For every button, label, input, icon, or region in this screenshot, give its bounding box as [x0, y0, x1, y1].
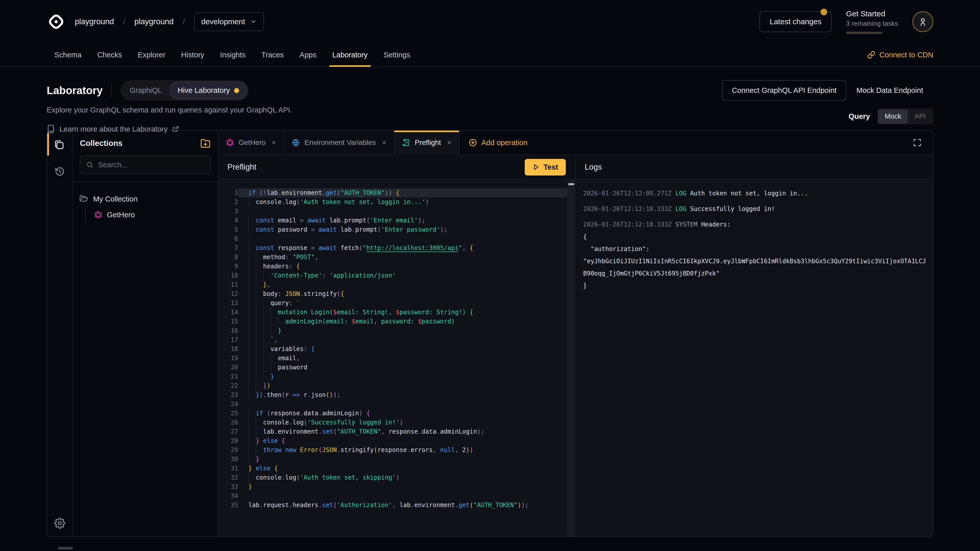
code-line[interactable]: 9headers: { [218, 262, 567, 271]
indent-guide [256, 372, 263, 381]
get-started-title: Get Started [846, 10, 898, 18]
add-operation-button[interactable]: Add operation [460, 130, 537, 155]
mode-option-hive-laboratory[interactable]: Hive Laboratory [169, 82, 247, 99]
code-line[interactable]: 2console.log('Auth token not set, loggin… [218, 197, 567, 206]
code-line[interactable]: 16} [218, 326, 567, 335]
code-line-content: headers: { [238, 262, 567, 271]
indent-guide [256, 252, 263, 262]
connect-graphql-endpoint-button[interactable]: Connect GraphQL API Endpoint [722, 80, 846, 101]
mock-data-endpoint-button[interactable]: Mock Data Endpoint [846, 81, 933, 100]
collections-rail-icon[interactable] [54, 139, 65, 151]
close-icon[interactable]: × [272, 138, 276, 147]
breadcrumb-project[interactable]: playground [135, 17, 173, 26]
collection-folder[interactable]: My Collection [80, 192, 211, 206]
line-number: 24 [218, 400, 238, 409]
editor-scrollbar-thumb[interactable] [568, 183, 574, 185]
code-line[interactable]: 25if (response.data.adminLogin) { [218, 409, 567, 418]
code-line[interactable]: 1if (!lab.environment.get("AUTH_TOKEN"))… [218, 188, 567, 197]
code-line[interactable]: 22}) [218, 381, 567, 390]
horizontal-scrollbar-thumb[interactable] [58, 547, 73, 549]
query-target-api[interactable]: API [908, 110, 932, 124]
indent-guide [248, 354, 256, 363]
code-line[interactable]: 27lab.environment.set("AUTH_TOKEN", resp… [218, 427, 567, 436]
log-entry: } [583, 279, 933, 292]
tab-gethero[interactable]: GetHero× [218, 130, 284, 155]
nav-item-traces[interactable]: Traces [261, 43, 284, 66]
get-started-widget[interactable]: Get Started 3 remaining tasks [846, 10, 898, 34]
close-icon[interactable]: × [447, 138, 451, 147]
nav-item-insights[interactable]: Insights [220, 43, 245, 66]
project-nav: SchemaChecksExplorerHistoryInsightsTrace… [0, 43, 980, 67]
nav-item-schema[interactable]: Schema [54, 43, 81, 66]
nav-item-laboratory[interactable]: Laboratory [332, 43, 368, 66]
fullscreen-button[interactable] [902, 130, 933, 155]
code-line-content: console.log('Successfully logged in!') [238, 418, 567, 427]
line-number: 13 [218, 299, 238, 308]
environment-selector[interactable]: development [194, 12, 264, 31]
hive-logo-icon[interactable] [47, 12, 65, 31]
code-line[interactable]: 4const email = await lab.prompt('Enter e… [218, 216, 567, 225]
close-icon[interactable]: × [382, 138, 386, 147]
history-rail-icon[interactable] [54, 166, 65, 177]
indent-guide [256, 427, 263, 436]
code-line[interactable]: 12body: JSON.stringify({ [218, 289, 567, 299]
tab-environment-variables[interactable]: Environment Variables× [284, 130, 394, 155]
code-line[interactable]: 33} [218, 482, 567, 491]
code-line[interactable]: 3 [218, 206, 567, 216]
code-line[interactable]: 21} [218, 372, 567, 381]
code-line[interactable]: 30} [218, 454, 567, 464]
code-line[interactable]: 20password [218, 363, 567, 372]
code-line[interactable]: 29throw new Error(JSON.stringify(respons… [218, 445, 567, 454]
mode-option-graphiql[interactable]: GraphiQL [122, 82, 169, 99]
editor-scrollbar[interactable] [567, 179, 575, 537]
indent-guide [248, 418, 256, 427]
code-line[interactable]: 34 [218, 491, 567, 500]
learn-more-link[interactable]: Learn more about the Laboratory [47, 124, 933, 134]
indent-guide [248, 372, 256, 381]
nav-item-apps[interactable]: Apps [300, 43, 317, 66]
code-line[interactable]: 32console.log('Auth token set, skipping'… [218, 473, 567, 482]
code-line[interactable]: 8method: "POST", [218, 252, 567, 262]
nav-item-explorer[interactable]: Explorer [138, 43, 165, 66]
add-collection-button[interactable] [200, 138, 210, 148]
code-line[interactable]: 7const response = await fetch("http://lo… [218, 243, 567, 252]
code-line[interactable]: 24 [218, 400, 567, 409]
collection-operation-gethero[interactable]: GetHero [94, 208, 211, 222]
code-line[interactable]: 31} else { [218, 464, 567, 473]
latest-changes-button[interactable]: Latest changes [759, 11, 832, 32]
search-input[interactable] [98, 161, 204, 169]
history-icon [54, 166, 65, 177]
nav-item-history[interactable]: History [181, 43, 204, 66]
code-line-content: variables: { [238, 345, 567, 354]
code-line[interactable]: 11}, [218, 280, 567, 289]
code-line[interactable]: 26console.log('Successfully logged in!') [218, 418, 567, 427]
code-editor[interactable]: 1if (!lab.environment.get("AUTH_TOKEN"))… [218, 179, 567, 537]
settings-gear-icon[interactable] [54, 518, 65, 529]
user-avatar[interactable] [912, 11, 933, 32]
breadcrumb-org[interactable]: playground [75, 17, 114, 26]
indent-guide [248, 225, 256, 234]
test-button[interactable]: Test [525, 159, 566, 176]
nav-item-settings[interactable]: Settings [383, 43, 410, 66]
code-line[interactable]: 5const password = await lab.prompt('Ente… [218, 225, 567, 234]
code-line[interactable]: 15adminLogin(email: $email, password: $p… [218, 317, 567, 326]
code-line[interactable]: 13query: ` [218, 299, 567, 308]
code-line[interactable]: 35lab.request.headers.set('Authorization… [218, 500, 567, 510]
line-number: 16 [218, 326, 238, 335]
tab-preflight[interactable]: Preflight× [394, 130, 460, 155]
logs-output[interactable]: 2026-01-26T12:12:09.271Z LOG Auth token … [576, 179, 933, 537]
code-line[interactable]: 18variables: { [218, 345, 567, 354]
code-line[interactable]: 17`, [218, 335, 567, 345]
line-number: 35 [218, 500, 238, 510]
code-line[interactable]: 23}).then(r => r.json()); [218, 390, 567, 400]
code-line[interactable]: 28} else { [218, 436, 567, 445]
code-line[interactable]: 10'Content-Type': 'application/json' [218, 271, 567, 280]
code-line[interactable]: 14mutation Login($email: String!, $passw… [218, 308, 567, 317]
nav-item-checks[interactable]: Checks [97, 43, 122, 66]
connect-to-cdn-link[interactable]: Connect to CDN [867, 43, 933, 66]
code-line[interactable]: 19email, [218, 354, 567, 363]
code-line[interactable]: 6 [218, 234, 567, 243]
collections-search[interactable] [80, 156, 210, 174]
code-line-content: } else { [238, 464, 567, 473]
query-target-mock[interactable]: Mock [878, 110, 908, 124]
